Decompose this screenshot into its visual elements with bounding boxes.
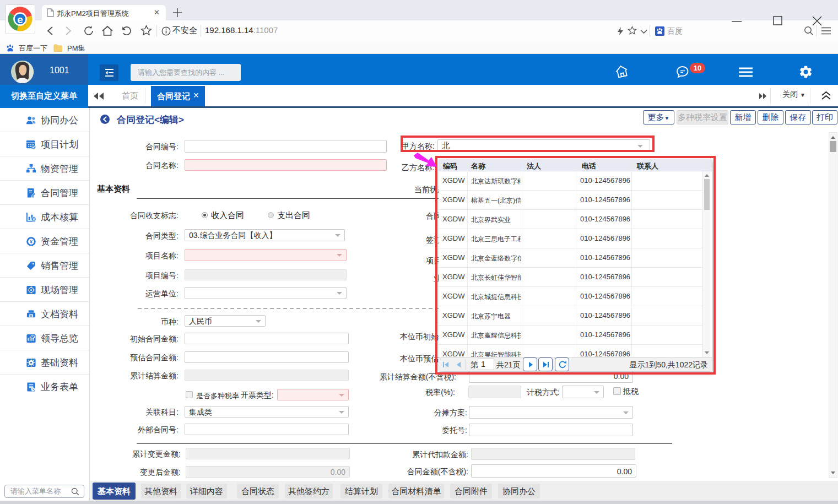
svg-text:e: e [17,14,23,25]
svg-text:¥: ¥ [30,239,33,245]
svg-text:¥: ¥ [33,218,35,222]
